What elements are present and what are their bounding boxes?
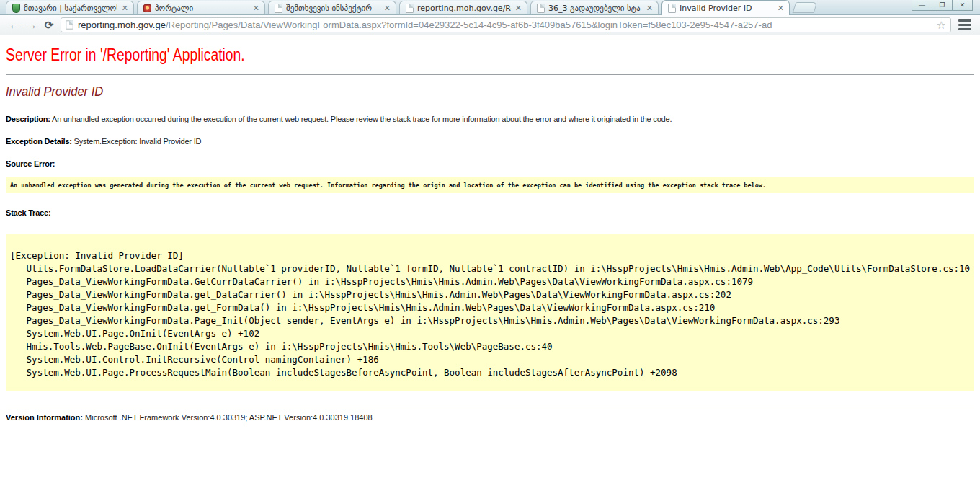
version-info-text: Microsoft .NET Framework Version:4.0.303… xyxy=(83,413,373,422)
tab-title: reporting.moh.gov.ge/Re xyxy=(417,4,511,13)
hamburger-icon xyxy=(958,19,971,22)
page-icon xyxy=(66,20,73,29)
error-heading: Server Error in '/Reporting' Application… xyxy=(6,45,819,65)
browser-toolbar: ← → ⟳ reporting.moh.gov.ge/Reporting/Pag… xyxy=(0,15,980,35)
tab-mtavari[interactable]: მთავარი | საქართველოს ✕ xyxy=(6,1,134,14)
shield-favicon-icon xyxy=(12,4,20,13)
back-arrow-icon: ← xyxy=(9,19,20,32)
new-tab-button[interactable] xyxy=(793,2,818,13)
tab-36-3-status[interactable]: 36_3 გადაუდებელი სტა ✕ xyxy=(530,1,659,14)
tab-title: პორტალი xyxy=(155,4,249,13)
page-favicon-icon xyxy=(668,4,676,13)
menu-button[interactable] xyxy=(956,17,974,34)
url-text[interactable]: reporting.moh.gov.ge/Reporting/Pages/Dat… xyxy=(78,19,932,30)
description-line: Description: An unhandled exception occu… xyxy=(6,115,974,123)
tab-strip: მთავარი | საქართველოს ✕ პორტალი ✕ შემთხვ… xyxy=(0,0,980,15)
stack-trace-label-line: Stack Trace: xyxy=(6,208,974,217)
close-button[interactable]: ✕ xyxy=(952,0,973,11)
divider xyxy=(6,74,974,75)
tab-title: მთავარი | საქართველოს xyxy=(24,4,117,13)
page-favicon-icon xyxy=(406,4,414,13)
stack-trace-label: Stack Trace: xyxy=(6,208,50,217)
url-path: /Reporting/Pages/Data/ViewWorkingFormDat… xyxy=(166,19,772,30)
tab-close-icon[interactable]: ✕ xyxy=(252,4,260,12)
stack-trace-text: [Exception: Invalid Provider ID] Utils.F… xyxy=(6,234,974,391)
version-info-label: Version Information: xyxy=(6,413,83,422)
tab-title: Invalid Provider ID xyxy=(680,4,773,13)
minimize-button[interactable]: — xyxy=(912,0,932,11)
description-text: An unhandled exception occurred during t… xyxy=(50,115,672,123)
tab-close-icon[interactable]: ✕ xyxy=(121,4,129,12)
version-info-line: Version Information: Microsoft .NET Fram… xyxy=(6,413,974,422)
url-host: reporting.moh.gov.ge xyxy=(78,19,166,30)
bookmark-star-icon[interactable]: ☆ xyxy=(937,19,946,30)
tab-title: შემთხვევის ინსპექტირ xyxy=(286,4,380,13)
page-favicon-icon xyxy=(537,4,545,13)
source-error-label-line: Source Error: xyxy=(6,159,974,168)
forward-button[interactable]: → xyxy=(23,17,40,34)
stack-trace-box: [Exception: Invalid Provider ID] Utils.F… xyxy=(6,234,974,391)
error-subheading: Invalid Provider ID xyxy=(6,84,896,99)
reload-icon: ⟳ xyxy=(45,19,54,32)
tab-close-icon[interactable]: ✕ xyxy=(514,4,522,12)
back-button[interactable]: ← xyxy=(6,17,23,34)
forward-arrow-icon: → xyxy=(26,19,37,32)
tab-inspection[interactable]: შემთხვევის ინსპექტირ ✕ xyxy=(268,1,396,14)
exception-details-text: System.Exception: Invalid Provider ID xyxy=(72,137,201,146)
tab-close-icon[interactable]: ✕ xyxy=(777,4,785,12)
address-bar[interactable]: reporting.moh.gov.ge/Reporting/Pages/Dat… xyxy=(61,17,951,32)
divider xyxy=(6,404,974,404)
source-error-box: An unhandled exception was generated dur… xyxy=(6,177,974,193)
emblem-favicon-icon xyxy=(143,4,151,12)
reload-button[interactable]: ⟳ xyxy=(40,17,58,34)
description-label: Description: xyxy=(6,115,50,123)
window-controls: — ❐ ✕ xyxy=(912,0,973,11)
exception-details-line: Exception Details: System.Exception: Inv… xyxy=(6,137,974,146)
tab-reporting[interactable]: reporting.moh.gov.ge/Re ✕ xyxy=(399,1,527,14)
tab-invalid-provider-id[interactable]: Invalid Provider ID ✕ xyxy=(662,0,790,15)
tab-close-icon[interactable]: ✕ xyxy=(646,4,654,12)
source-error-label: Source Error: xyxy=(6,159,55,168)
maximize-button[interactable]: ❐ xyxy=(932,0,953,11)
tab-portali[interactable]: პორტალი ✕ xyxy=(137,1,265,14)
page-content: Server Error in '/Reporting' Application… xyxy=(0,45,980,422)
tab-close-icon[interactable]: ✕ xyxy=(383,4,391,12)
page-favicon-icon xyxy=(275,4,282,13)
exception-details-label: Exception Details: xyxy=(6,137,72,146)
tab-title: 36_3 გადაუდებელი სტა xyxy=(548,4,642,13)
